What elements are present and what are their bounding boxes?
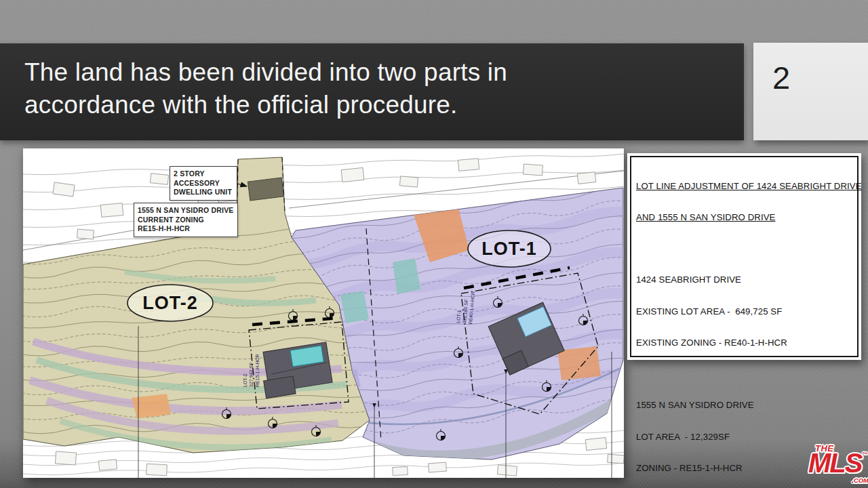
mls-logo-tm: ™: [862, 451, 867, 458]
callout-current-zoning: 1555 N SAN YSIDRO DRIVE CURRENT ZONING R…: [134, 203, 238, 237]
mls-logo-com: .COM: [852, 476, 868, 484]
slide-number: 2: [772, 59, 790, 96]
svg-text:LOT-2: LOT-2: [142, 293, 198, 313]
mls-logo-mls: MLS: [808, 448, 861, 479]
panel-heading-line-1: LOT LINE ADJUSTMENT OF 1424 SEABRIGHT DR…: [636, 181, 852, 191]
page-title: The land has been divided into two parts…: [24, 56, 507, 121]
svg-text:LOT-1: LOT-1: [481, 239, 537, 259]
title-bar: The land has been divided into two parts…: [0, 43, 744, 140]
lot-adjustment-info-text: LOT LINE ADJUSTMENT OF 1424 SEABRIGHT DR…: [630, 156, 859, 357]
page-title-line-1: The land has been divided into two parts…: [24, 56, 507, 89]
lot-1-label: LOT-1: [468, 230, 551, 267]
svg-text:327,942 SF: 327,942 SF: [249, 363, 254, 387]
accessory-dwelling-unit: [248, 178, 283, 201]
survey-map-drawing: LOT-2 327,942 SF RE15-1-H-HCR LOT-1 331,…: [23, 148, 624, 478]
svg-text:RE15-1-H-HCR: RE15-1-H-HCR: [255, 354, 260, 387]
lot-2-label: LOT-2: [127, 285, 213, 321]
lot-adjustment-info-panel: LOT LINE ADJUSTMENT OF 1424 SEABRIGHT DR…: [627, 153, 861, 360]
the-mls-logo: THE MLS ™ .COM: [808, 443, 866, 483]
svg-text:LOT-2: LOT-2: [243, 373, 248, 387]
panel-heading-line-2: AND 1555 N SAN YSIDRO DRIVE: [636, 212, 852, 222]
site-plan-map: LOT-2 327,942 SF RE15-1-H-HCR LOT-1 331,…: [23, 148, 624, 478]
presentation-slide: The land has been divided into two parts…: [0, 0, 868, 488]
page-title-line-2: accordance with the official procedure.: [24, 89, 507, 121]
slide-number-box: 2: [753, 43, 868, 140]
callout-accessory-dwelling: 2 STORY ACCESSORY DWELLING UNIT: [170, 166, 237, 201]
